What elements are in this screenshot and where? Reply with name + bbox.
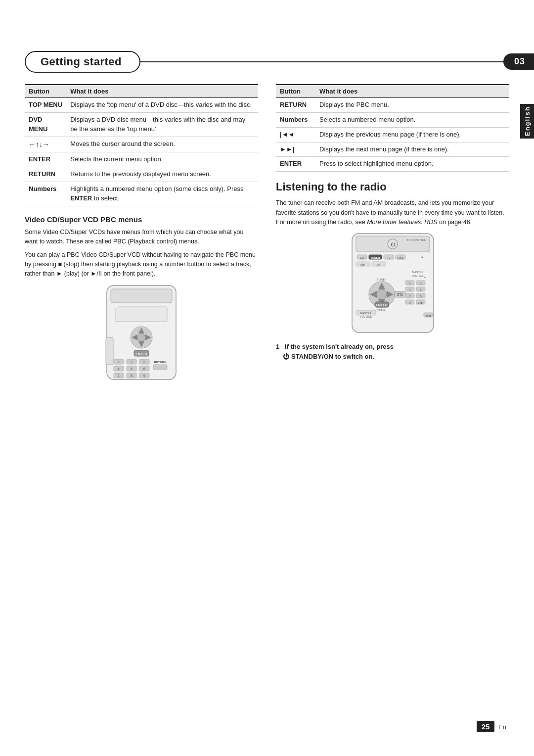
vcd-paragraph-1: Some Video CD/Super VCDs have menus from… [25,228,258,247]
remote-graphic-right: ⏻ TV CONTROL CD TUNER TV LINE + [347,231,439,335]
table-row: Numbers Highlights a numbered menu optio… [25,182,258,206]
button-description: Moves the cursor around the screen. [66,137,258,152]
table-row: ←↑↓→ Moves the cursor around the screen. [25,137,258,152]
remote-image-right: ⏻ TV CONTROL CD TUNER TV LINE + [276,231,509,335]
table-row: DVDMENU Displays a DVD disc menu—this va… [25,112,258,137]
svg-point-8 [137,333,145,341]
right-col2-header: What it does [315,85,509,98]
right-column: Button What it does RETURN Displays the … [276,84,509,382]
svg-text:ENTER: ENTER [135,352,147,356]
button-label: ►►| [276,142,315,157]
right-button-table: Button What it does RETURN Displays the … [276,84,509,172]
button-description: Highlights a numbered menu option (some … [66,182,258,206]
button-description: Displays the previous menu page (if ther… [315,127,509,142]
button-description: Displays a DVD disc menu—this varies wit… [66,112,258,137]
section-header: Getting started [25,51,509,73]
instruction-number: 1 [276,343,279,350]
button-label: Numbers [25,182,66,206]
table-row: RETURN Displays the PBC menu. [276,98,509,113]
svg-text:6: 6 [143,367,145,371]
button-description: Selects the current menu option. [66,152,258,167]
svg-rect-30 [153,365,167,370]
svg-text:VOL LINE: VOL LINE [359,315,372,318]
svg-text:3: 3 [143,360,145,364]
header-line [139,61,509,63]
button-description: Selects a numbered menu option. [315,112,509,127]
button-description: Returns to the previously displayed menu… [66,167,258,182]
svg-text:VOLUME: VOLUME [412,275,424,278]
button-label: RETURN [276,98,315,113]
svg-rect-1 [111,289,172,303]
svg-rect-31 [106,337,113,365]
svg-text:+: + [421,255,423,260]
svg-text:CD: CD [360,256,364,259]
svg-text:7: 7 [118,374,120,378]
table-row: ENTER Press to select highlighted menu o… [276,157,509,172]
svg-text:1: 1 [118,360,120,364]
svg-text:+: + [423,275,426,280]
content-area: Button What it does TOP MENU Displays th… [25,84,509,382]
radio-section-title: Listening to the radio [276,181,509,193]
svg-text:ENT: ENT [418,301,424,304]
page-number-area: 25 En [477,721,506,732]
button-description: Displays the next menu page (if there is… [315,142,509,157]
left-button-table: Button What it does TOP MENU Displays th… [25,84,258,206]
table-row: Numbers Selects a numbered menu option. [276,112,509,127]
vcd-paragraph-2: You can play a PBC Video CD/Super VCD wi… [25,250,258,279]
two-column-layout: Button What it does TOP MENU Displays th… [25,84,509,382]
button-label: RETURN [25,167,66,182]
svg-text:RETURN: RETURN [154,361,167,364]
svg-text:ENTER: ENTER [376,303,388,307]
svg-point-55 [377,289,387,299]
button-description: Displays the 'top menu' of a DVD disc—th… [66,98,258,113]
svg-text:⏻: ⏻ [390,242,395,247]
button-label: ENTER [25,152,66,167]
button-label: DVDMENU [25,112,66,137]
radio-instruction: 1 If the system isn't already on, press … [276,342,509,361]
svg-text:4: 4 [118,367,120,371]
svg-text:CH+: CH+ [360,263,365,266]
page-lang-label: En [498,723,506,731]
svg-text:2: 2 [131,360,133,364]
table-row: ENTER Selects the current menu option. [25,152,258,167]
remote-graphic-left: ENTER 1 2 3 4 5 6 [102,283,181,382]
svg-text:MASTER: MASTER [360,312,371,315]
svg-text:CH-: CH- [376,263,381,266]
left-col2-header: What it does [66,85,258,98]
svg-text:5: 5 [131,367,133,371]
svg-text:STA: STA [397,293,403,296]
left-column: Button What it does TOP MENU Displays th… [25,84,258,382]
button-label: |◄◄ [276,127,315,142]
svg-text:TV CONTROL: TV CONTROL [406,238,426,241]
svg-text:MASTER: MASTER [412,271,423,274]
button-label: ENTER [276,157,315,172]
svg-rect-2 [116,307,167,322]
page-number-badge: 25 [477,721,495,732]
table-row: |◄◄ Displays the previous menu page (if … [276,127,509,142]
button-label: ←↑↓→ [25,137,66,152]
left-col1-header: Button [25,85,66,98]
button-label: Numbers [276,112,315,127]
svg-text:LINE: LINE [397,256,403,259]
right-col1-header: Button [276,85,315,98]
radio-paragraph: The tuner can receive both FM and AM bro… [276,198,509,227]
svg-text:9: 9 [143,374,145,378]
svg-text:SUB: SUB [425,314,431,317]
vcd-section-title: Video CD/Super VCD PBC menus [25,215,258,224]
language-sidebar: English [520,104,534,139]
button-label: TOP MENU [25,98,66,113]
instruction-bold-text: ⏻ STANDBY/ON to switch on. [283,353,374,360]
table-row: TOP MENU Displays the 'top menu' of a DV… [25,98,258,113]
instruction-text: If the system isn't already on, press [285,343,394,350]
button-description: Press to select highlighted menu option. [315,157,509,172]
svg-text:TUNE+: TUNE+ [377,278,387,281]
svg-text:8: 8 [131,374,133,378]
svg-text:TUNE-: TUNE- [377,309,386,312]
svg-text:TUNER: TUNER [370,256,380,259]
table-row: ►►| Displays the next menu page (if ther… [276,142,509,157]
svg-text:TV: TV [387,256,390,259]
section-title: Getting started [25,51,140,73]
button-description: Displays the PBC menu. [315,98,509,113]
remote-image-left: ENTER 1 2 3 4 5 6 [25,283,258,382]
table-row: RETURN Returns to the previously display… [25,167,258,182]
